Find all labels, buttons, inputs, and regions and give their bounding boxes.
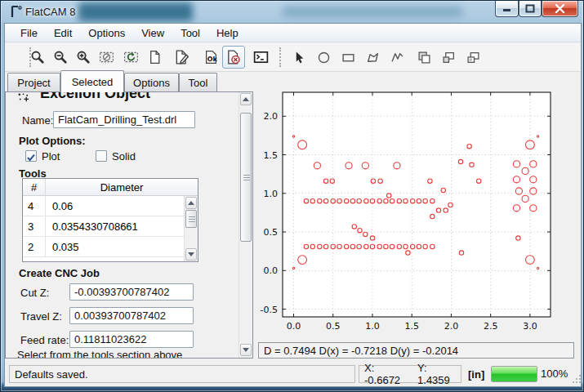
titlebar-glass-blur [283, 7, 462, 17]
svg-text:2.0: 2.0 [264, 111, 279, 122]
draw-rectangle-icon [341, 51, 355, 65]
svg-text:0.0: 0.0 [264, 265, 279, 276]
pointer-tool-button[interactable] [288, 46, 310, 69]
scrollbar-thumb[interactable] [240, 113, 252, 242]
plot-options-label: Plot Options: [19, 135, 86, 147]
selected-tab-panel: Excellon Object Name: Plot Options: Plot… [5, 91, 253, 359]
name-input[interactable] [53, 111, 195, 128]
tools-table-scrollbar[interactable] [184, 196, 198, 262]
delete-object-icon [226, 50, 241, 65]
buffer-shape-button[interactable] [437, 46, 460, 69]
draw-polyline-button[interactable] [386, 46, 408, 69]
new-file-icon [148, 50, 162, 65]
copy-shape-icon [417, 51, 431, 65]
flatcam-window: FlatCAM 8 FileEditOptionsViewToolHelp Ok [0, 0, 584, 392]
cursor-x: X: -0.6672 [364, 362, 412, 386]
shell-button[interactable] [249, 46, 272, 69]
menu-view[interactable]: View [134, 24, 172, 42]
scroll-down-button[interactable] [240, 344, 252, 356]
paint-shape-button[interactable] [461, 46, 484, 69]
menu-options[interactable]: Options [81, 24, 132, 42]
svg-text:3.0: 3.0 [523, 321, 537, 332]
tab-options[interactable]: Options [124, 73, 179, 91]
status-message: Defaults saved. [9, 365, 355, 383]
scroll-up-button[interactable] [185, 197, 197, 209]
menu-file[interactable]: File [13, 24, 45, 42]
draw-polygon-icon [366, 51, 380, 65]
plot-checkbox[interactable] [25, 150, 37, 162]
scroll-up-button[interactable] [240, 93, 252, 105]
tool-diameter: 0.035 [46, 237, 184, 256]
maximize-button[interactable] [519, 1, 542, 17]
tool-row[interactable]: 20.035 [23, 237, 184, 257]
zoom-in-button[interactable] [72, 46, 95, 69]
zoom-fit-icon [30, 50, 45, 65]
panel-scrollbar[interactable] [239, 92, 252, 358]
window-title: FlatCAM 8 [25, 6, 75, 18]
toolbar-drag-handle[interactable] [279, 47, 282, 67]
accept-ok-icon: Ok [204, 50, 218, 65]
zoom-fit-button[interactable] [26, 46, 49, 69]
zoom-out-icon [53, 50, 68, 65]
tool-row[interactable]: 40.06 [23, 196, 184, 216]
tool-number: 2 [23, 237, 46, 256]
pointer-icon [292, 51, 306, 65]
tool-number: 4 [23, 196, 46, 216]
column-header-diameter: Diameter [46, 179, 198, 195]
accept-ok-button[interactable]: Ok [199, 46, 222, 69]
clear-plot-button[interactable] [95, 46, 118, 69]
svg-text:0.5: 0.5 [264, 227, 279, 238]
tool-row[interactable]: 30.0354330708661 [23, 216, 184, 237]
shell-icon [253, 50, 269, 65]
feed-rate-label: Feed rate: [20, 334, 69, 346]
open-edit-button[interactable] [170, 46, 193, 69]
units-label: [in] [468, 368, 484, 381]
travel-z-label: Travel Z: [20, 310, 62, 323]
svg-text:Ok: Ok [207, 56, 217, 63]
draw-polygon-button[interactable] [361, 46, 384, 69]
minimize-button[interactable] [495, 1, 519, 17]
zoom-in-icon [76, 50, 91, 65]
titlebar-glass-blur [78, 2, 193, 21]
progress-bar [491, 366, 537, 382]
clear-plot-icon [99, 50, 114, 65]
tab-tool[interactable]: Tool [179, 73, 217, 91]
solid-checkbox-label[interactable]: Solid [112, 150, 136, 163]
draw-rectangle-button[interactable] [337, 46, 359, 69]
titlebar[interactable]: FlatCAM 8 [1, 1, 584, 23]
zoom-out-button[interactable] [49, 46, 72, 69]
cut-z-input[interactable] [69, 283, 194, 301]
new-project-button[interactable] [143, 46, 166, 69]
plot-checkbox-label[interactable]: Plot [42, 150, 60, 163]
draw-circle-button[interactable] [312, 46, 335, 69]
tool-diameter: 0.0354330708661 [46, 216, 184, 236]
name-label: Name: [22, 114, 53, 127]
feed-rate-input[interactable] [69, 331, 194, 348]
svg-text:2.5: 2.5 [484, 321, 498, 332]
menu-tool[interactable]: Tool [173, 24, 207, 42]
statusbar: Defaults saved. X: -0.6672 Y: 1.4359 [in… [5, 363, 581, 386]
replot-button[interactable] [119, 46, 142, 69]
solid-checkbox[interactable] [96, 150, 107, 162]
scrollbar-thumb[interactable] [185, 210, 197, 228]
svg-text:0.0: 0.0 [287, 321, 301, 332]
copy-shape-button[interactable] [412, 46, 435, 69]
progress-percent: 100% [541, 368, 568, 380]
close-button[interactable] [542, 1, 578, 17]
menu-edit[interactable]: Edit [47, 24, 79, 42]
travel-z-input[interactable] [69, 307, 194, 324]
resize-grip[interactable] [572, 374, 582, 384]
tab-project[interactable]: Project [7, 73, 60, 91]
measurement-readout: D = 0.7494 D(x) = -0.7218 D(y) = -0.2014 [258, 342, 574, 359]
open-edit-icon [174, 50, 189, 65]
menubar: FileEditOptionsViewToolHelp [5, 24, 581, 42]
object-heading: Excellon Object [40, 92, 221, 102]
tool-number: 3 [23, 216, 46, 236]
tab-selected[interactable]: Selected [60, 70, 124, 92]
plot-canvas[interactable]: 0.00.51.01.52.02.53.0-0.50.00.51.01.52.0 [252, 84, 579, 341]
replot-icon [123, 50, 139, 65]
scroll-down-button[interactable] [185, 248, 197, 261]
menu-help[interactable]: Help [209, 24, 246, 42]
delete-object-button[interactable] [222, 46, 245, 69]
tools-table-header[interactable]: # Diameter [23, 179, 198, 196]
